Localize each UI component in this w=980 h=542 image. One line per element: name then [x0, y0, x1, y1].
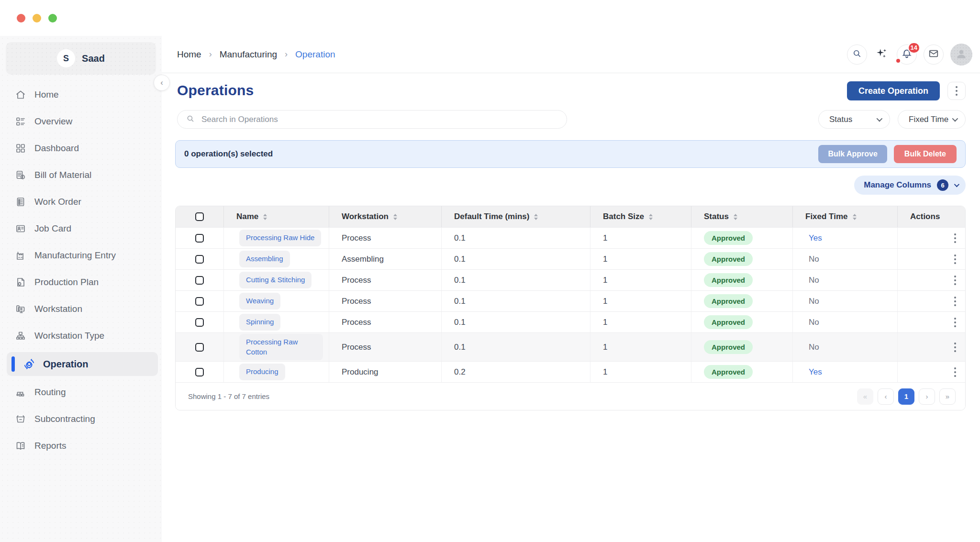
row-checkbox[interactable] [195, 343, 204, 352]
operation-name-link[interactable]: Assembling [239, 251, 290, 267]
row-checkbox[interactable] [195, 318, 204, 327]
column-header-workstation[interactable]: Workstation [329, 206, 441, 227]
column-header-default-time-mins[interactable]: Default Time (mins) [441, 206, 590, 227]
fixed-time-value[interactable]: Yes [805, 233, 822, 243]
window-zoom-button[interactable] [48, 14, 57, 22]
main-content: Home › Manufacturing › Operation [162, 36, 980, 542]
default-time-cell: 0.1 [441, 312, 590, 332]
sidebar-item-production-plan[interactable]: Production Plan [0, 272, 158, 293]
breadcrumb-home[interactable]: Home [177, 49, 201, 60]
row-actions-menu-button[interactable] [951, 252, 959, 267]
breadcrumb-manufacturing[interactable]: Manufacturing [220, 49, 277, 60]
fixed-time-cell: No [792, 333, 897, 361]
page-more-actions-button[interactable] [947, 82, 966, 100]
row-actions-menu-button[interactable] [951, 273, 959, 288]
column-header-fixed-time[interactable]: Fixed Time [792, 206, 897, 227]
default-time-value: 0.1 [454, 276, 466, 285]
operation-name-link[interactable]: Cutting & Stitching [239, 272, 312, 288]
operation-name-link[interactable]: Processing Raw Hide [239, 230, 321, 246]
pagination-last-button[interactable]: » [939, 388, 956, 405]
row-checkbox[interactable] [195, 368, 204, 376]
bulk-delete-button[interactable]: Bulk Delete [894, 145, 957, 163]
row-checkbox[interactable] [195, 297, 204, 306]
column-header-status[interactable]: Status [691, 206, 792, 227]
row-actions-menu-button[interactable] [951, 365, 959, 380]
sidebar-item-dashboard[interactable]: Dashboard [0, 138, 158, 159]
window-minimize-button[interactable] [33, 14, 41, 22]
operation-name-link[interactable]: Processing Raw Cotton [239, 334, 323, 360]
sidebar-item-overview[interactable]: Overview [0, 111, 158, 132]
row-actions-menu-button[interactable] [951, 294, 959, 309]
column-header-label: Default Time (mins) [454, 212, 529, 221]
sidebar-item-workstation-type[interactable]: Workstation Type [0, 325, 158, 346]
search-button[interactable] [847, 44, 867, 65]
messages-button[interactable] [924, 44, 944, 65]
notifications-button[interactable]: 14 [897, 44, 917, 65]
row-checkbox-cell [176, 312, 223, 332]
operation-name-link[interactable]: Producing [239, 364, 285, 380]
sort-icon[interactable] [853, 214, 857, 220]
row-checkbox[interactable] [195, 234, 204, 243]
sidebar-item-job-card[interactable]: Job Card [0, 218, 158, 239]
workstation-value: Process [342, 318, 371, 327]
sidebar-item-work-order[interactable]: Work Order [0, 191, 158, 212]
sidebar-item-operation[interactable]: Operation [7, 352, 158, 376]
batch-size-value: 1 [603, 343, 607, 352]
select-all-checkbox[interactable] [195, 212, 204, 221]
batch-size-cell: 1 [590, 333, 691, 361]
column-header-batch-size[interactable]: Batch Size [590, 206, 691, 227]
ai-assistant-button[interactable] [874, 47, 890, 62]
fixed-time-value: No [805, 297, 819, 306]
sidebar-item-label: Manufacturing Entry [34, 250, 116, 261]
pagination-page-1-button[interactable]: 1 [898, 388, 914, 405]
profile-avatar[interactable] [950, 44, 972, 66]
sidebar-item-bill-of-material[interactable]: Bill of Material [0, 165, 158, 186]
workstation-cell: Producing [329, 362, 441, 382]
row-actions-menu-button[interactable] [951, 315, 959, 330]
sidebar-item-reports[interactable]: Reports [0, 435, 158, 456]
fixed-time-value[interactable]: Yes [805, 367, 822, 377]
row-checkbox[interactable] [195, 255, 204, 264]
manage-columns-button[interactable]: Manage Columns 6 [854, 176, 966, 195]
column-header-name[interactable]: Name [223, 206, 329, 227]
status-badge: Approved [704, 365, 753, 379]
default-time-cell: 0.1 [441, 291, 590, 311]
sidebar-item-subcontracting[interactable]: Subcontracting [0, 409, 158, 430]
workstation-value: Process [342, 233, 371, 243]
fixed-time-filter-dropdown[interactable]: Fixed Time [898, 110, 966, 129]
search-input[interactable] [201, 115, 558, 124]
sort-icon[interactable] [393, 214, 397, 220]
search-input-icon [186, 114, 195, 125]
row-checkbox[interactable] [195, 276, 204, 285]
sidebar-collapse-button[interactable]: ‹ [154, 75, 170, 91]
bulk-selected-count: 0 operation(s) selected [184, 149, 273, 159]
sort-icon[interactable] [649, 214, 653, 220]
sidebar-item-home[interactable]: Home [0, 84, 158, 105]
pagination-next-button[interactable]: › [919, 388, 935, 405]
sidebar-item-workstation[interactable]: Workstation [0, 299, 158, 320]
sidebar-item-routing[interactable]: Routing [0, 382, 158, 403]
bulk-approve-button[interactable]: Bulk Approve [818, 145, 887, 163]
status-badge: Approved [704, 315, 753, 329]
status-filter-dropdown[interactable]: Status [818, 110, 890, 129]
sidebar-item-manufacturing-entry[interactable]: Manufacturing Entry [0, 245, 158, 266]
column-header-label: Batch Size [603, 212, 644, 221]
row-actions-menu-button[interactable] [951, 231, 959, 246]
operation-name-link[interactable]: Spinning [239, 314, 280, 330]
sort-icon[interactable] [263, 214, 267, 220]
fixed-time-cell: Yes [792, 228, 897, 248]
create-operation-button[interactable]: Create Operation [847, 81, 940, 100]
sort-icon[interactable] [734, 214, 737, 220]
window-close-button[interactable] [17, 14, 25, 22]
default-time-cell: 0.2 [441, 362, 590, 382]
row-checkbox-cell [176, 362, 223, 382]
operation-name-link[interactable]: Weaving [239, 293, 280, 309]
breadcrumb-operation[interactable]: Operation [295, 49, 335, 60]
row-checkbox-cell [176, 291, 223, 311]
user-card[interactable]: S Saad [6, 42, 156, 75]
table-row: AssemblingAssembling0.11ApprovedNo [176, 248, 965, 269]
pagination-prev-button[interactable]: ‹ [878, 388, 894, 405]
pagination-first-button[interactable]: « [857, 388, 873, 405]
sort-icon[interactable] [534, 214, 538, 220]
row-actions-menu-button[interactable] [951, 340, 959, 355]
